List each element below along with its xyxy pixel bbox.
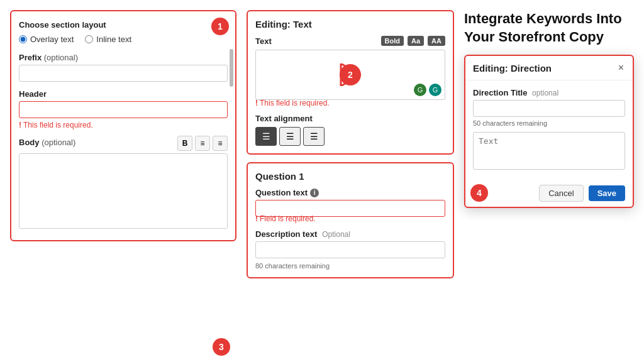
alignment-label: Text alignment [255, 114, 445, 123]
section-layout-title: Choose section layout [19, 20, 228, 30]
body-label: Body (optional) [19, 138, 75, 147]
chars-hint: 50 characters remaining [473, 119, 625, 127]
AA-pill[interactable]: AA [428, 36, 445, 46]
overlay-text-option[interactable]: Overlay text [19, 35, 74, 44]
align-center-btn[interactable]: ☰ [279, 127, 301, 146]
align-left-btn[interactable]: ☰ [255, 127, 277, 146]
direction-title-label: Direction Title optional [473, 88, 625, 97]
ordered-list-button[interactable]: ≡ [213, 136, 228, 151]
info-icon: i [310, 189, 319, 197]
badge-2-inner: 2 [340, 64, 361, 85]
right-column: Integrate Keywords Into Your Storefront … [464, 10, 634, 352]
alignment-buttons: ☰ ☰ ☰ [255, 127, 445, 146]
prefix-input[interactable] [19, 65, 228, 82]
left-panel: 1 Choose section layout Overlay text Inl… [10, 10, 236, 241]
text-toolbar: Text Bold Aa AA [255, 36, 445, 46]
badge-3: 3 [213, 338, 230, 356]
bold-button[interactable]: B [177, 136, 192, 151]
text-edit-area[interactable]: 2 G G [255, 50, 445, 100]
text-alignment-section: Text alignment ☰ ☰ ☰ [255, 114, 445, 146]
direction-title-input[interactable] [473, 100, 625, 117]
badge-1: 1 [211, 18, 229, 35]
dialog-title: Editing: Direction [473, 63, 552, 74]
dialog-close-button[interactable]: × [617, 62, 625, 74]
cancel-button[interactable]: Cancel [539, 185, 583, 202]
middle-column: Editing: Text Text Bold Aa AA 2 G G [247, 10, 454, 352]
radio-group: Overlay text Inline text [19, 35, 228, 44]
header-error: ! This field is required. [19, 121, 228, 129]
direction-text-area[interactable] [473, 132, 625, 170]
question-title: Question 1 [255, 171, 445, 182]
prefix-label: Prefix (optional) [19, 53, 228, 62]
body-toolbar: B ≡ ≡ [177, 136, 228, 151]
body-textarea[interactable] [19, 153, 228, 229]
description-input[interactable] [255, 241, 445, 258]
inline-text-option[interactable]: Inline text [85, 35, 131, 44]
inline-label: Inline text [96, 35, 131, 44]
align-right-btn[interactable]: ☰ [303, 127, 325, 146]
header-input[interactable] [19, 101, 228, 118]
dialog-header: Editing: Direction × [465, 56, 633, 80]
overlay-label: Overlay text [30, 35, 74, 44]
list-button[interactable]: ≡ [195, 136, 210, 151]
question-panel: Question 1 Question text i ! Field is re… [247, 162, 454, 278]
aa-pill[interactable]: Aa [408, 36, 424, 46]
scrollbar-thumb[interactable] [230, 49, 233, 87]
inline-radio[interactable] [85, 35, 93, 43]
overlay-radio[interactable] [19, 35, 27, 43]
badge-4: 4 [470, 184, 488, 202]
edit-area-icons: G G [414, 84, 441, 96]
header-label: Header [19, 89, 228, 99]
dialog-body: Direction Title optional 50 characters r… [465, 80, 633, 180]
grammar-icon[interactable]: G [414, 84, 426, 96]
body-row: Body (optional) B ≡ ≡ [19, 136, 228, 151]
description-label: Description text Optional [255, 229, 445, 239]
question-text-label: Question text i [255, 188, 445, 197]
check-icon[interactable]: G [429, 84, 441, 96]
save-button[interactable]: Save [589, 185, 625, 201]
editing-direction-dialog: Editing: Direction × Direction Title opt… [464, 55, 634, 208]
text-field-label: Text [255, 36, 377, 46]
editing-text-wrapper: Editing: Text Text Bold Aa AA 2 G G [247, 10, 454, 155]
editing-text-title: Editing: Text [255, 19, 445, 30]
dialog-footer: 4 Cancel Save [465, 180, 633, 207]
text-error: ! This field is required. [255, 99, 445, 107]
chars-remaining: 80 characters remaining [255, 262, 445, 270]
editing-text-panel: Editing: Text Text Bold Aa AA 2 G G [247, 10, 454, 155]
bold-pill[interactable]: Bold [381, 36, 404, 46]
page-title: Integrate Keywords Into Your Storefront … [464, 10, 634, 46]
